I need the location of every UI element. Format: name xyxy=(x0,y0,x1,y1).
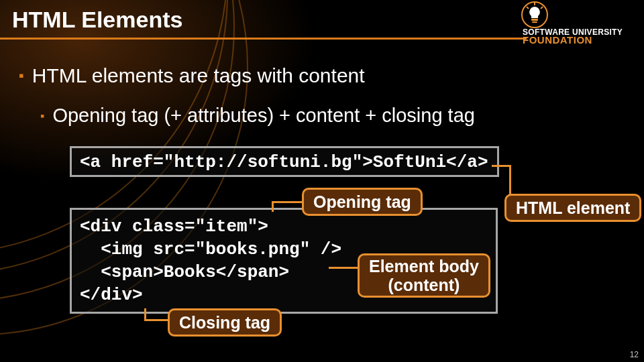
callout-opening-tag: Opening tag xyxy=(302,188,423,216)
connector-line xyxy=(272,201,302,203)
brand-logo: SOFTWARE UNIVERSITY FOUNDATION xyxy=(521,1,639,45)
connector-line xyxy=(144,319,171,321)
svg-rect-2 xyxy=(532,21,537,23)
title-underline xyxy=(0,38,527,40)
svg-line-5 xyxy=(527,7,529,9)
callout-line: (content) xyxy=(369,276,479,294)
svg-line-4 xyxy=(541,7,543,9)
callout-line: Element body xyxy=(369,257,479,276)
callout-closing-tag: Closing tag xyxy=(168,308,282,337)
logo-text-line2: FOUNDATION xyxy=(523,34,592,46)
lightbulb-icon xyxy=(521,1,548,28)
bullet-level2: Opening tag (+ attributes) + content + c… xyxy=(40,105,475,127)
callout-html-element: HTML element xyxy=(504,194,641,222)
connector-line xyxy=(272,202,274,212)
connector-line xyxy=(492,165,511,167)
code-line: <a href="http://softuni.bg">SoftUni</a> xyxy=(80,152,488,172)
bullet-level1: HTML elements are tags with content xyxy=(19,64,365,87)
code-example-anchor: <a href="http://softuni.bg">SoftUni</a> xyxy=(70,146,499,177)
callout-element-body: Element body (content) xyxy=(358,253,490,298)
page-number: 12 xyxy=(630,350,639,359)
slide-title: HTML Elements xyxy=(12,7,182,33)
svg-rect-1 xyxy=(531,19,538,21)
code-line: <div class="item"> xyxy=(80,215,488,238)
